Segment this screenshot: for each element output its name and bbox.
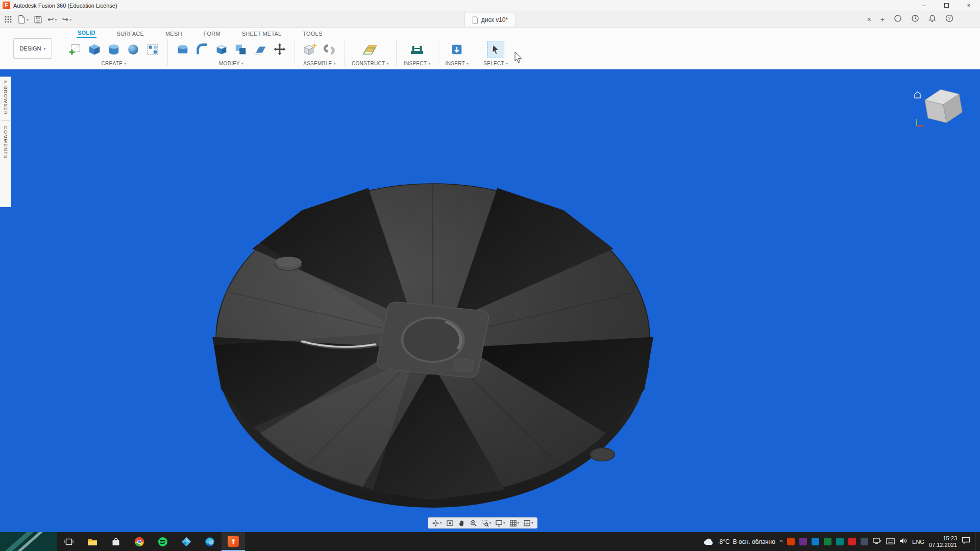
model-disc[interactable] — [204, 178, 664, 509]
tray-expand-button[interactable]: ^ — [780, 539, 782, 545]
group-label-select[interactable]: SELECT ▾ — [483, 61, 508, 66]
group-label-insert[interactable]: INSERT ▾ — [446, 61, 469, 66]
language-indicator[interactable]: ENG — [912, 539, 924, 545]
tray-app-icon-6[interactable] — [848, 538, 856, 545]
modify-label: MODIFY — [219, 61, 240, 66]
tray-app-icon-7[interactable] — [861, 538, 868, 545]
start-logo[interactable] — [0, 532, 57, 551]
spotify-button[interactable] — [151, 532, 175, 551]
redo-button[interactable]: ↪ ▾ — [62, 15, 72, 24]
comments-panel-tab[interactable]: COMMENTS — [3, 126, 8, 159]
tab-form[interactable]: FORM — [203, 31, 222, 38]
new-design-button[interactable]: + — [880, 15, 885, 23]
keyboard-button[interactable] — [886, 537, 895, 546]
tab-sheet-metal[interactable]: SHEET METAL — [241, 31, 283, 38]
group-label-inspect[interactable]: INSPECT ▾ — [404, 61, 431, 66]
axis-indicator — [917, 119, 924, 126]
zoom-window-button[interactable]: ▾ — [481, 519, 492, 527]
move-copy-button[interactable] — [272, 42, 287, 57]
browser-panel-tab[interactable]: BROWSER — [3, 86, 8, 115]
group-insert: INSERT ▾ — [438, 39, 477, 66]
navigation-toolbar: ▾ ▾ — [428, 517, 537, 529]
group-label-construct[interactable]: CONSTRUCT ▾ — [352, 61, 389, 66]
notifications-button[interactable] — [928, 14, 936, 24]
pattern-button[interactable] — [145, 42, 160, 57]
volume-button[interactable] — [899, 537, 908, 546]
close-button[interactable]: × — [958, 0, 980, 11]
maximize-button[interactable] — [935, 0, 958, 11]
minimize-button[interactable]: – — [913, 0, 935, 11]
extrude-button[interactable] — [87, 42, 102, 57]
tray-app-icon-3[interactable] — [812, 538, 819, 545]
tab-surface[interactable]: SURFACE — [116, 31, 145, 38]
tray-app-icon-4[interactable] — [824, 538, 831, 545]
viewport-canvas[interactable]: » BROWSER COMMENTS ▾ — [0, 70, 980, 532]
quickbar-right: × + ? — [867, 14, 953, 24]
store-button[interactable] — [104, 532, 128, 551]
home-view-icon[interactable] — [915, 92, 921, 98]
expand-panel-button[interactable]: » — [4, 77, 7, 86]
taskbar-clock[interactable]: 15:23 07.12.2021 — [929, 535, 957, 548]
select-button[interactable] — [487, 41, 504, 58]
construct-plane-button[interactable] — [362, 42, 378, 57]
edge-icon — [204, 536, 215, 547]
offset-face-button[interactable] — [253, 42, 268, 57]
orbit-button[interactable]: ▾ — [432, 519, 442, 527]
save-button[interactable] — [34, 15, 42, 24]
zoom-button[interactable] — [470, 519, 477, 527]
sweep-button[interactable] — [126, 42, 141, 57]
viewports-button[interactable]: ▾ — [523, 519, 533, 527]
file-menu-button[interactable]: ▾ — [17, 15, 29, 24]
fillet-button[interactable] — [194, 42, 210, 57]
tray-app-icon-1[interactable] — [787, 538, 795, 545]
display-settings-button[interactable]: ▾ — [495, 519, 505, 527]
job-status-button[interactable] — [894, 14, 902, 24]
chrome-button[interactable] — [128, 532, 151, 551]
revolve-button[interactable] — [106, 42, 121, 57]
show-desktop-button[interactable] — [975, 532, 978, 551]
press-pull-button[interactable] — [175, 42, 190, 57]
workspace-selector[interactable]: DESIGN ▾ — [13, 38, 52, 59]
tab-solid[interactable]: SOLID — [77, 30, 96, 38]
network-button[interactable] — [873, 537, 881, 546]
undo-button[interactable]: ↩ ▾ — [47, 15, 57, 24]
document-tab[interactable]: диск v10* — [464, 13, 516, 27]
create-sketch-button[interactable] — [67, 42, 83, 57]
measure-button[interactable] — [409, 42, 425, 57]
group-label-assemble[interactable]: ASSEMBLE ▾ — [303, 61, 336, 66]
pan-button[interactable] — [458, 519, 465, 527]
joint-button[interactable] — [322, 42, 337, 57]
tray-app-icon-2[interactable] — [799, 538, 807, 545]
gem-app-button[interactable] — [175, 532, 198, 551]
history-button[interactable] — [911, 14, 919, 24]
grid-settings-button[interactable]: ▾ — [509, 519, 520, 527]
combine-button[interactable] — [233, 42, 249, 57]
shell-button[interactable] — [214, 42, 229, 57]
help-button[interactable]: ? — [945, 14, 953, 24]
workspace-label: DESIGN — [19, 45, 41, 52]
new-component-button[interactable] — [302, 42, 317, 57]
insert-button[interactable] — [449, 42, 464, 57]
look-at-button[interactable] — [446, 519, 454, 527]
close-document-button[interactable]: × — [867, 15, 871, 23]
file-explorer-button[interactable] — [81, 532, 104, 551]
tab-tools[interactable]: TOOLS — [302, 31, 323, 38]
view-cube[interactable] — [913, 83, 969, 130]
orbit-icon — [432, 519, 439, 527]
move-icon — [273, 42, 287, 57]
tab-mesh[interactable]: MESH — [164, 31, 183, 38]
caret-down-icon: ▾ — [489, 521, 492, 525]
caret-down-icon: ▾ — [27, 17, 29, 22]
tray-app-icon-5[interactable] — [836, 538, 844, 545]
group-label-modify[interactable]: MODIFY ▾ — [219, 61, 243, 66]
caret-down-icon: ▾ — [69, 17, 71, 22]
action-center-button[interactable] — [962, 537, 970, 546]
task-view-button[interactable] — [57, 532, 81, 551]
app-grid-button[interactable] — [4, 15, 12, 23]
help-icon: ? — [945, 14, 953, 22]
insert-icon — [450, 42, 464, 57]
edge-button[interactable] — [198, 532, 222, 551]
weather-widget[interactable]: -8°C В осн. облачно — [703, 538, 775, 546]
group-label-create[interactable]: CREATE ▾ — [102, 61, 127, 66]
fusion-360-button[interactable]: f — [222, 532, 245, 551]
